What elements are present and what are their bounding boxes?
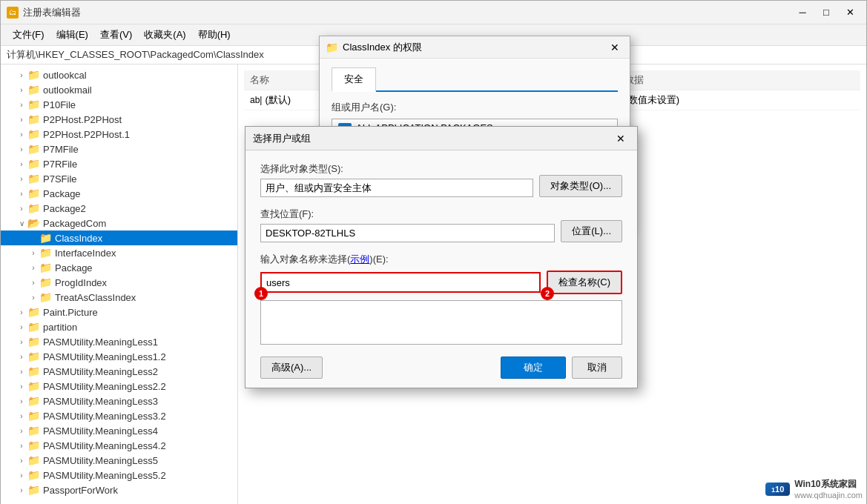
expand-icon[interactable]: › [16,160,27,168]
select-dialog-body: 选择此对象类型(S): 对象类型(O)... 查找位置(F): 位置(L)...… [245,150,637,388]
tree-item-pasmu22[interactable]: › 📁 PASMUtility.MeaningLess2.2 [1,379,237,394]
location-button[interactable]: 位置(L)... [561,220,622,242]
expand-icon[interactable]: › [27,249,39,257]
tree-item-outlookmail[interactable]: › 📁 outlookmail [1,82,237,97]
address-text: 计算机\HKEY_CLASSES_ROOT\PackagedCom\ClassI… [7,48,264,62]
tree-item-p7mfile[interactable]: › 📁 P7MFile [1,142,237,156]
menu-edit[interactable]: 编辑(E) [50,26,94,44]
expand-icon[interactable]: › [16,427,27,435]
tree-item-treatasclassindex[interactable]: › 📁 TreatAsClassIndex [1,290,237,305]
folder-icon: 📁 [27,113,40,125]
sidebar[interactable]: › 📁 outlookcal › 📁 outlookmail › 📁 P10Fi… [1,64,238,504]
tree-item-pasmu1[interactable]: › 📁 PASMUtility.MeaningLess1 [1,334,237,349]
permissions-close-button[interactable]: ✕ [606,40,624,55]
tree-item-p7sfile[interactable]: › 📁 P7SFile [1,171,237,186]
expand-icon[interactable]: › [16,130,27,139]
expand-icon[interactable]: › [16,353,27,361]
tree-item-paintpicture[interactable]: › 📁 Paint.Picture [1,305,237,319]
tree-label: Package2 [43,203,86,214]
watermark-url: www.qdhuajin.com [794,491,863,500]
menu-file[interactable]: 文件(F) [7,26,50,44]
tree-item-package2[interactable]: › 📁 Package2 [1,201,237,216]
advanced-button[interactable]: 高级(A)... [260,357,323,379]
select-dialog-title-bar: 选择用户或组 ✕ [245,127,637,150]
expand-icon[interactable]: › [16,205,27,213]
expand-icon[interactable]: › [16,412,27,420]
expand-icon[interactable]: › [16,442,27,450]
tab-security[interactable]: 安全 [332,67,376,92]
expand-icon[interactable]: › [27,264,39,272]
expand-icon[interactable]: › [27,234,39,242]
tree-label: Paint.Picture [43,307,98,318]
object-type-input[interactable] [260,179,533,197]
tree-item-passportforwork[interactable]: › 📁 PassportForWork [1,483,237,497]
expand-icon[interactable]: › [16,190,27,198]
folder-icon: 📁 [27,395,40,407]
expand-icon[interactable]: › [16,145,27,153]
expand-icon[interactable]: › [16,116,27,124]
tree-item-pasmu12[interactable]: › 📁 PASMUtility.MeaningLess1.2 [1,349,237,364]
title-bar-left: 🗂 注册表编辑器 [7,6,81,19]
expand-icon[interactable]: › [16,323,27,331]
object-type-button[interactable]: 对象类型(O)... [539,175,622,197]
example-link[interactable]: 示例 [350,253,369,265]
folder-icon: 📁 [27,454,40,466]
select-ok-button[interactable]: 确定 [501,357,566,379]
folder-icon: 📁 [27,306,40,318]
users-input[interactable] [260,272,541,293]
maximize-button[interactable]: □ [816,5,837,20]
tree-item-interfaceindex[interactable]: › 📁 InterfaceIndex [1,245,237,260]
expand-icon[interactable]: › [27,294,39,302]
expand-icon[interactable]: › [16,308,27,316]
multi-input-area[interactable] [260,300,622,345]
minimize-button[interactable]: ─ [792,5,813,20]
expand-icon[interactable]: ∨ [16,219,27,228]
folder-icon: 📂 [27,217,40,229]
tree-item-p10file[interactable]: › 📁 P10File [1,97,237,112]
tree-item-progidindex[interactable]: › 📁 ProgIdIndex [1,275,237,290]
expand-icon[interactable]: › [16,382,27,391]
tree-item-pasmu5[interactable]: › 📁 PASMUtility.MeaningLess5 [1,453,237,468]
tree-item-pasmu52[interactable]: › 📁 PASMUtility.MeaningLess5.2 [1,468,237,483]
select-cancel-button[interactable]: 取消 [572,357,622,379]
tree-item-p2phost1[interactable]: › 📁 P2PHost.P2PHost.1 [1,127,237,142]
check-name-button[interactable]: 检查名称(C) [547,271,622,294]
tree-item-package-sub[interactable]: › 📁 Package [1,260,237,275]
tree-item-package[interactable]: › 📁 Package [1,186,237,201]
menu-favorites[interactable]: 收藏夹(A) [138,26,191,44]
tree-item-classindex[interactable]: › 📁 ClassIndex [1,231,237,245]
tree-item-pasmu3[interactable]: › 📁 PASMUtility.MeaningLess3 [1,394,237,408]
expand-icon[interactable]: › [16,101,27,109]
tree-item-pasmu32[interactable]: › 📁 PASMUtility.MeaningLess3.2 [1,408,237,423]
expand-icon[interactable]: › [16,86,27,94]
tree-item-p7rfile[interactable]: › 📁 P7RFile [1,156,237,171]
tree-item-packagedcom[interactable]: ∨ 📂 PackagedCom [1,216,237,231]
expand-icon[interactable]: › [16,486,27,494]
expand-icon[interactable]: › [16,368,27,376]
select-dialog-close-button[interactable]: ✕ [612,131,630,146]
menu-help[interactable]: 帮助(H) [192,26,237,44]
location-input[interactable] [260,224,555,242]
expand-icon[interactable]: › [16,457,27,465]
tree-item-outlookcal[interactable]: › 📁 outlookcal [1,67,237,82]
expand-icon[interactable]: › [16,338,27,346]
permissions-title-bar: 📁 ClassIndex 的权限 ✕ [320,36,630,59]
folder-icon: 📁 [27,143,40,155]
tree-item-p2phost[interactable]: › 📁 P2PHost.P2PHost [1,112,237,127]
tree-item-pasmu42[interactable]: › 📁 PASMUtility.MeaningLess4.2 [1,438,237,453]
expand-icon[interactable]: › [16,471,27,480]
tree-label: PASMUtility.MeaningLess5.2 [43,470,166,481]
expand-icon[interactable]: › [27,279,39,287]
expand-icon[interactable]: › [16,397,27,405]
expand-icon[interactable]: › [16,175,27,183]
object-type-label: 选择此对象类型(S): [260,162,533,176]
menu-view[interactable]: 查看(V) [94,26,138,44]
object-type-group: 选择此对象类型(S): [260,162,533,197]
tree-label: PASMUtility.MeaningLess1.2 [43,351,166,362]
tree-item-partition[interactable]: › 📁 partition [1,319,237,334]
expand-icon[interactable]: › [16,71,27,79]
col-data: 数据 [619,70,860,90]
tree-item-pasmu2[interactable]: › 📁 PASMUtility.MeaningLess2 [1,364,237,379]
tree-item-pasmu4[interactable]: › 📁 PASMUtility.MeaningLess4 [1,423,237,438]
close-button[interactable]: ✕ [840,5,860,20]
